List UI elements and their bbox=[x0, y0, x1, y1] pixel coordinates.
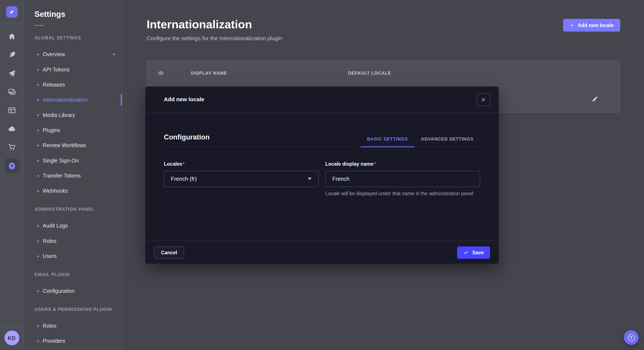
save-button[interactable]: Save bbox=[457, 246, 490, 259]
check-icon bbox=[463, 250, 468, 255]
paper-plane-icon[interactable] bbox=[0, 64, 24, 82]
tab-advanced-settings[interactable]: ADVANCED SETTINGS bbox=[414, 137, 480, 147]
section-label-users-permissions-plugin: USERS & PERMISSIONS PLUGIN bbox=[24, 307, 122, 312]
locales-select-value: French (fr) bbox=[171, 176, 197, 182]
sidebar-item-up-roles[interactable]: Roles bbox=[24, 318, 122, 334]
locales-label: Locales* bbox=[164, 161, 318, 167]
add-new-locale-button[interactable]: Add new locale bbox=[563, 19, 620, 32]
title-divider bbox=[34, 25, 44, 26]
sidebar-item-review-workflows[interactable]: Review Workflows bbox=[24, 138, 122, 153]
column-header-id: ID bbox=[147, 70, 191, 75]
modal-footer: Cancel Save bbox=[146, 241, 499, 264]
settings-tabs: BASIC SETTINGS ADVANCED SETTINGS bbox=[360, 137, 480, 147]
sidebar-item-admin-users[interactable]: Users bbox=[24, 249, 122, 264]
sidebar-item-overview[interactable]: Overview bbox=[24, 47, 122, 62]
sidebar-item-up-providers[interactable]: Providers bbox=[24, 334, 122, 349]
icon-rail: KD bbox=[0, 0, 24, 350]
cancel-button[interactable]: Cancel bbox=[154, 246, 184, 259]
sidebar-item-internationalization[interactable]: Internationalization bbox=[24, 92, 122, 107]
app-window: KD Settings GLOBAL SETTINGS Overview API… bbox=[0, 0, 644, 350]
add-new-locale-modal: Add new locale Configuration BASIC SETTI… bbox=[146, 87, 499, 264]
required-asterisk: * bbox=[374, 161, 376, 167]
configuration-heading: Configuration bbox=[164, 133, 210, 147]
sidebar-item-email-configuration[interactable]: Configuration bbox=[24, 283, 122, 299]
bullet-icon bbox=[37, 129, 39, 131]
pencil-icon[interactable] bbox=[592, 95, 598, 102]
cart-icon[interactable] bbox=[0, 138, 24, 156]
avatar[interactable]: KD bbox=[4, 331, 19, 345]
strapi-logo-icon[interactable] bbox=[6, 6, 18, 18]
page-subtitle: Configure the settings for the Internati… bbox=[146, 35, 644, 41]
rail-divider bbox=[0, 327, 24, 327]
locale-display-name-label: Locale display name* bbox=[325, 161, 480, 167]
column-header-display-name: DISPLAY NAME bbox=[191, 70, 348, 75]
bullet-icon bbox=[37, 145, 39, 146]
bullet-icon bbox=[37, 325, 39, 327]
question-mark-icon: ? bbox=[628, 334, 635, 341]
cloud-icon[interactable] bbox=[0, 119, 24, 138]
bullet-icon bbox=[37, 240, 39, 242]
sidebar-item-audit-logs[interactable]: Audit Logs bbox=[24, 218, 122, 233]
sidebar-item-transfer-tokens[interactable]: Transfer Tokens bbox=[24, 168, 122, 183]
bullet-icon bbox=[37, 190, 39, 192]
sidebar-item-webhooks[interactable]: Webhooks bbox=[24, 183, 122, 198]
bullet-icon bbox=[37, 114, 39, 116]
modal-body: Configuration BASIC SETTINGS ADVANCED SE… bbox=[146, 133, 499, 197]
gear-icon[interactable] bbox=[0, 156, 24, 175]
plus-icon bbox=[570, 23, 574, 27]
bullet-icon bbox=[37, 99, 39, 101]
sidebar-item-releases[interactable]: Releases bbox=[24, 77, 122, 92]
bullet-icon bbox=[37, 175, 39, 177]
sidebar-item-admin-roles[interactable]: Roles bbox=[24, 233, 122, 248]
section-label-administration-panel: ADMINISTRATION PANEL bbox=[24, 207, 122, 212]
sidebar-item-plugins[interactable]: Plugins bbox=[24, 123, 122, 138]
bullet-icon bbox=[37, 160, 39, 161]
sidebar-item-media-library[interactable]: Media Library bbox=[24, 107, 122, 123]
feather-icon[interactable] bbox=[0, 45, 24, 64]
section-label-global-settings: GLOBAL SETTINGS bbox=[24, 35, 122, 40]
column-header-default-locale: DEFAULT LOCALE bbox=[348, 70, 620, 75]
sidebar-item-single-sign-on[interactable]: Single Sign-On bbox=[24, 153, 122, 168]
settings-sidebar: Settings GLOBAL SETTINGS Overview API To… bbox=[24, 0, 122, 350]
bullet-icon bbox=[37, 225, 39, 227]
sidebar-title: Settings bbox=[24, 0, 122, 19]
home-icon[interactable] bbox=[0, 27, 24, 45]
bullet-icon bbox=[37, 54, 39, 55]
notification-dot-icon bbox=[113, 53, 115, 55]
bullet-icon bbox=[37, 255, 39, 257]
required-asterisk: * bbox=[183, 161, 185, 167]
help-button[interactable]: ? bbox=[624, 330, 638, 345]
pictures-icon[interactable] bbox=[0, 82, 24, 101]
tab-basic-settings[interactable]: BASIC SETTINGS bbox=[360, 137, 414, 147]
modal-header: Add new locale bbox=[146, 87, 499, 113]
bullet-icon bbox=[37, 84, 39, 85]
bullet-icon bbox=[37, 69, 39, 70]
bullet-icon bbox=[37, 290, 39, 292]
locale-display-name-hint: Locale will be displayed under that name… bbox=[325, 190, 480, 197]
layout-icon[interactable] bbox=[0, 101, 24, 119]
modal-title: Add new locale bbox=[164, 96, 204, 103]
close-icon[interactable] bbox=[477, 93, 490, 106]
section-label-email-plugin: EMAIL PLUGIN bbox=[24, 272, 122, 277]
bullet-icon bbox=[37, 340, 39, 342]
locale-display-name-input[interactable] bbox=[325, 171, 480, 187]
locales-select[interactable]: French (fr) bbox=[164, 171, 318, 187]
table-header-row: ID DISPLAY NAME DEFAULT LOCALE bbox=[147, 61, 620, 85]
chevron-down-icon bbox=[308, 177, 312, 180]
sidebar-item-api-tokens[interactable]: API Tokens bbox=[24, 62, 122, 77]
